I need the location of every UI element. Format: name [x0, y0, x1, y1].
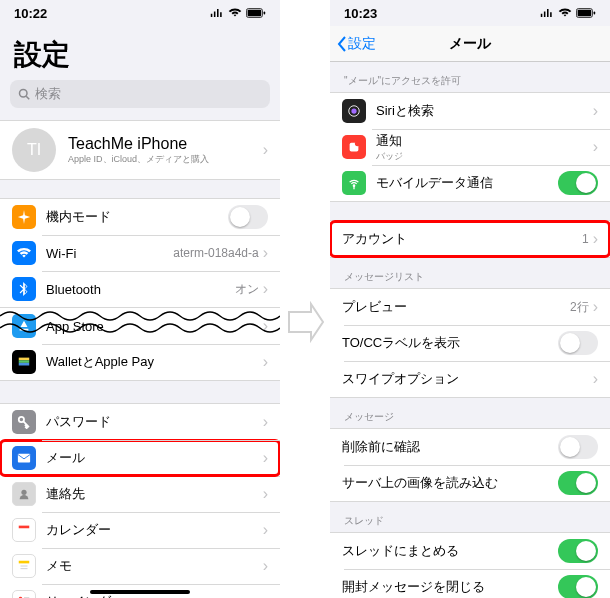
section-header: スレッド — [330, 502, 610, 532]
status-bar: 10:22 — [0, 0, 280, 26]
svg-rect-5 — [19, 358, 30, 361]
chevron-right-icon: › — [263, 353, 268, 371]
chevron-right-icon: › — [263, 485, 268, 503]
calendar-icon — [12, 518, 36, 542]
svg-rect-14 — [19, 561, 30, 564]
chevron-left-icon — [336, 36, 348, 52]
row-label: プレビュー — [342, 298, 407, 316]
row-label: スワイプオプション — [342, 370, 459, 388]
back-button[interactable]: 設定 — [336, 35, 376, 53]
apple-id-cell[interactable]: TI TeachMe iPhone Apple ID、iCloud、メディアと購… — [0, 121, 280, 179]
svg-rect-23 — [594, 11, 596, 14]
appstore-icon — [12, 314, 36, 338]
section-header: メッセージ — [330, 398, 610, 428]
contacts-icon — [12, 482, 36, 506]
settings-row-siri[interactable]: Siriと検索› — [330, 93, 610, 129]
chevron-right-icon: › — [263, 244, 268, 262]
toggle[interactable] — [558, 471, 598, 495]
svg-rect-7 — [19, 363, 30, 366]
search-input[interactable]: 検索 — [10, 80, 270, 108]
svg-point-3 — [20, 90, 28, 98]
nav-bar: 設定 メール — [330, 26, 610, 62]
chevron-right-icon: › — [593, 230, 598, 248]
row-detail: オン — [235, 281, 259, 298]
settings-row-TO/CCラベルを表示[interactable]: TO/CCラベルを表示 — [330, 325, 610, 361]
toggle[interactable] — [228, 205, 268, 229]
wallet-icon — [12, 350, 36, 374]
settings-row-スワイプオプション[interactable]: スワイプオプション› — [330, 361, 610, 397]
toggle[interactable] — [558, 435, 598, 459]
chevron-right-icon: › — [263, 557, 268, 575]
settings-row-サーバ上の画像を読み込む[interactable]: サーバ上の画像を読み込む — [330, 465, 610, 501]
toggle[interactable] — [558, 575, 598, 598]
settings-row-wallet[interactable]: WalletとApple Pay› — [0, 344, 280, 380]
settings-screen: 10:22 設定 検索 TI TeachMe iPhone Apple ID、i… — [0, 0, 280, 598]
settings-row-notes[interactable]: メモ› — [0, 548, 280, 584]
airplane-icon — [12, 205, 36, 229]
row-sublabel: バッジ — [376, 150, 403, 163]
reminders-icon — [12, 590, 36, 598]
svg-rect-2 — [264, 11, 266, 14]
nav-title: メール — [449, 35, 491, 53]
row-label: サーバ上の画像を読み込む — [342, 474, 498, 492]
notif-icon — [342, 135, 366, 159]
arrow-right-icon — [283, 300, 327, 344]
svg-rect-1 — [248, 10, 262, 16]
mail-icon — [12, 446, 36, 470]
svg-rect-12 — [19, 526, 30, 529]
home-indicator — [90, 590, 190, 594]
row-label: 削除前に確認 — [342, 438, 420, 456]
back-label: 設定 — [348, 35, 376, 53]
settings-row-アカウント[interactable]: アカウント1› — [330, 221, 610, 257]
settings-row-開封メッセージを閉じる[interactable]: 開封メッセージを閉じる — [330, 569, 610, 598]
settings-row-bluetooth[interactable]: Bluetoothオン› — [0, 271, 280, 307]
toggle[interactable] — [558, 539, 598, 563]
settings-row-appstore[interactable]: App Store› — [0, 308, 280, 344]
settings-row-スレッドにまとめる[interactable]: スレッドにまとめる — [330, 533, 610, 569]
settings-row-notif[interactable]: 通知バッジ› — [330, 129, 610, 165]
status-icons — [210, 8, 266, 18]
mail-settings-screen: 10:23 設定 メール "メール"にアクセスを許可 Siriと検索›通知バッジ… — [330, 0, 610, 598]
toggle[interactable] — [558, 331, 598, 355]
chevron-right-icon: › — [593, 138, 598, 156]
cell-icon — [342, 171, 366, 195]
notes-icon — [12, 554, 36, 578]
row-detail: 1 — [582, 232, 589, 246]
settings-row-cell[interactable]: モバイルデータ通信 — [330, 165, 610, 201]
row-label: Bluetooth — [46, 282, 101, 297]
settings-row-プレビュー[interactable]: プレビュー2行› — [330, 289, 610, 325]
svg-rect-9 — [18, 454, 30, 463]
row-label: Wi-Fi — [46, 246, 76, 261]
section-header: メッセージリスト — [330, 258, 610, 288]
settings-row-calendar[interactable]: カレンダー› — [0, 512, 280, 548]
status-time: 10:23 — [344, 6, 377, 21]
chevron-right-icon: › — [263, 521, 268, 539]
avatar: TI — [12, 128, 56, 172]
row-label: 開封メッセージを閉じる — [342, 578, 485, 596]
search-placeholder: 検索 — [35, 85, 61, 103]
page-title: 設定 — [0, 26, 280, 80]
row-label: 連絡先 — [46, 485, 85, 503]
account-name: TeachMe iPhone — [68, 135, 209, 153]
settings-row-削除前に確認[interactable]: 削除前に確認 — [330, 429, 610, 465]
status-bar: 10:23 — [330, 0, 610, 26]
search-icon — [18, 88, 30, 100]
svg-point-25 — [351, 108, 356, 113]
row-label: App Store — [46, 319, 104, 334]
settings-row-airplane[interactable]: 機内モード — [0, 199, 280, 235]
toggle[interactable] — [558, 171, 598, 195]
row-label: スレッドにまとめる — [342, 542, 459, 560]
siri-icon — [342, 99, 366, 123]
row-label: TO/CCラベルを表示 — [342, 334, 460, 352]
settings-row-wifi[interactable]: Wi-Fiaterm-018a4d-a› — [0, 235, 280, 271]
chevron-right-icon: › — [263, 280, 268, 298]
row-detail: aterm-018a4d-a — [173, 246, 258, 260]
status-time: 10:22 — [14, 6, 47, 21]
row-label: パスワード — [46, 413, 111, 431]
row-label: モバイルデータ通信 — [376, 174, 493, 192]
settings-row-mail[interactable]: メール› — [0, 440, 280, 476]
settings-row-contacts[interactable]: 連絡先› — [0, 476, 280, 512]
svg-rect-6 — [19, 360, 30, 363]
svg-line-4 — [26, 96, 29, 99]
settings-row-key[interactable]: パスワード› — [0, 404, 280, 440]
